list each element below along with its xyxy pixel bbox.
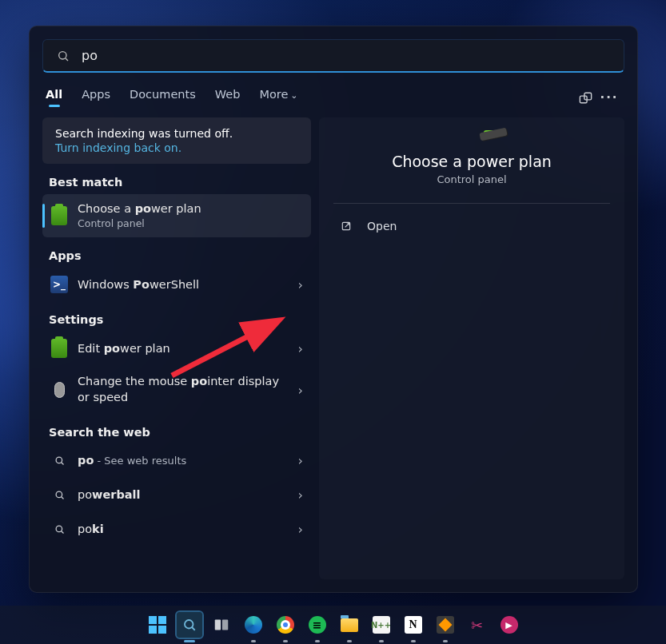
chevron-right-icon[interactable]: › [298, 522, 303, 537]
more-options-icon[interactable]: ··· [597, 85, 621, 109]
svg-point-8 [56, 526, 62, 532]
svg-point-12 [185, 620, 193, 629]
filter-tabs: All Apps Documents Web More⌄ ··· [42, 85, 624, 109]
svg-point-6 [56, 491, 62, 498]
search-icon [54, 47, 72, 65]
svg-point-0 [59, 51, 66, 58]
taskbar-notion[interactable]: N [401, 612, 426, 638]
taskbar-stremio[interactable]: ▶ [497, 612, 522, 638]
svg-line-5 [61, 463, 63, 465]
tab-documents[interactable]: Documents [130, 88, 196, 107]
svg-line-1 [66, 58, 68, 61]
notice-text: Search indexing was turned off. [55, 127, 298, 140]
section-apps: Apps [42, 238, 311, 267]
svg-line-7 [61, 497, 63, 499]
battery-icon [50, 207, 68, 225]
svg-line-13 [192, 627, 195, 630]
taskbar-edge[interactable] [241, 612, 266, 638]
battery-icon [50, 340, 68, 357]
open-button[interactable]: Open [333, 212, 610, 241]
section-settings: Settings [42, 302, 311, 331]
quick-search-icon[interactable] [573, 85, 597, 109]
taskbar-notepadpp[interactable]: N++ [369, 612, 394, 638]
preview-subtitle: Control panel [437, 173, 506, 185]
taskbar-start[interactable] [145, 612, 170, 638]
taskbar-sublime[interactable] [433, 612, 458, 638]
section-search-web: Search the web [42, 415, 311, 443]
svg-rect-15 [221, 620, 227, 630]
result-web-poki[interactable]: poki › [42, 513, 311, 547]
result-web-po[interactable]: po - See web results › [42, 444, 311, 478]
result-title: powerball [78, 487, 289, 503]
taskbar-chrome[interactable] [273, 612, 298, 638]
result-title: Windows PowerShell [78, 277, 289, 293]
chevron-right-icon[interactable]: › [298, 487, 303, 503]
taskbar-spotify[interactable]: ≡ [305, 612, 330, 638]
search-input[interactable] [82, 48, 612, 63]
tab-all[interactable]: All [46, 88, 62, 107]
mouse-icon [50, 381, 68, 399]
preview-title: Choose a power plan [392, 153, 552, 170]
open-label: Open [367, 220, 397, 233]
tab-more[interactable]: More⌄ [259, 88, 297, 107]
result-title: Edit power plan [78, 341, 289, 357]
svg-rect-14 [214, 620, 220, 630]
chevron-right-icon[interactable]: › [298, 383, 303, 398]
svg-line-9 [61, 531, 63, 534]
result-subtitle: Control panel [78, 217, 303, 231]
result-title: po - See web results [78, 453, 289, 469]
taskbar-task-view[interactable] [209, 612, 234, 638]
result-title: poki [78, 522, 289, 538]
search-bar[interactable] [42, 39, 624, 73]
turn-indexing-on-link[interactable]: Turn indexing back on. [55, 141, 181, 154]
results-column: Search indexing was turned off. Turn ind… [42, 117, 311, 579]
chevron-right-icon[interactable]: › [298, 277, 303, 292]
taskbar: ≡ N++ N ✂ ▶ [0, 606, 666, 644]
chevron-right-icon[interactable]: › [298, 453, 303, 468]
search-icon [50, 487, 68, 504]
powershell-icon: >_ [50, 276, 68, 293]
result-title: Choose a power plan [78, 201, 303, 217]
result-web-powerball[interactable]: powerball › [42, 479, 311, 512]
result-edit-power-plan[interactable]: Edit power plan › [42, 332, 311, 365]
section-best-match: Best match [42, 165, 311, 193]
tab-web[interactable]: Web [215, 88, 241, 107]
result-windows-powershell[interactable]: >_ Windows PowerShell › [42, 268, 311, 301]
search-icon [50, 521, 68, 539]
result-mouse-pointer[interactable]: Change the mouse pointer display or spee… [42, 366, 311, 413]
result-choose-power-plan[interactable]: Choose a power plan Control panel [42, 194, 311, 237]
tab-apps[interactable]: Apps [82, 88, 110, 107]
taskbar-snip[interactable]: ✂ [465, 612, 490, 638]
svg-point-4 [56, 457, 62, 463]
chevron-right-icon[interactable]: › [298, 341, 303, 356]
search-panel: All Apps Documents Web More⌄ ··· Search … [29, 26, 638, 593]
result-title: Change the mouse pointer display or spee… [78, 374, 289, 405]
divider [333, 203, 610, 204]
indexing-notice: Search indexing was turned off. Turn ind… [42, 117, 311, 164]
preview-pane: Choose a power plan Control panel Open [319, 117, 624, 579]
taskbar-file-explorer[interactable] [337, 612, 362, 638]
taskbar-search[interactable] [177, 612, 202, 638]
search-icon [50, 452, 68, 470]
